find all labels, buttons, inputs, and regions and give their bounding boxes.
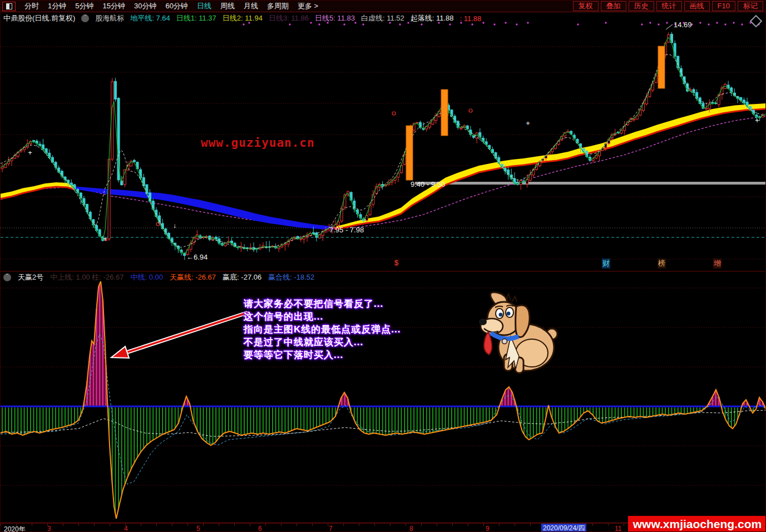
svg-text:+: + [103,235,107,243]
svg-text:↓: ↓ [173,222,176,230]
chart-canvas: ++++↓ [1,1,766,532]
chart-flag-增: 增 [713,258,721,269]
price-label: 9.40 - 9.50 [411,180,445,188]
axis-month-8: 8 [409,525,413,532]
annotation-line-0: 请大家务必不要把信号看反了... [244,297,401,310]
indicator-segment-1: 中上线: 1.00 柱: -26.67 [50,272,123,282]
price-label: ←6.94 [186,253,207,261]
annotation-note: 请大家务必不要把信号看反了...这个信号的出现...指向是主图K线的最低点或反弹… [244,297,401,361]
annotation-line-2: 指向是主图K线的最低点或反弹点... [244,323,401,336]
axis-month-9: 9 [486,525,490,532]
chart-flag-财: 财 [602,258,610,269]
chart-flag-榜: 榜 [658,258,666,269]
dog-image [475,290,559,376]
indicator-segment-2: 中线: 0.00 [130,272,163,282]
axis-month-4: 4 [124,525,128,532]
stock-app-window: 分时1分钟5分钟15分钟30分钟60分钟日线周线月线多周期更多 > 复权叠加历史… [0,0,766,532]
watermark: www.guziyuan.cn [201,136,315,150]
axis-month-7: 7 [329,525,333,532]
indicator-segment-4: 赢底: -27.06 [223,272,261,282]
price-label: 14.69 [674,21,692,29]
annotation-line-4: 要等等它下落时买入... [244,349,401,361]
axis-month-5: 5 [196,525,200,532]
svg-text:+: + [28,148,32,157]
svg-text:+: + [526,119,530,127]
indicator-header: ˇ天赢2号中上线: 1.00 柱: -26.67中线: 0.00天赢线: -26… [3,272,321,282]
axis-year-label: 2020年 [4,525,26,532]
annotation-line-3: 不是过了中线就应该买入... [244,336,401,349]
ad-banner[interactable]: www.xmjiaocheng.com [628,516,766,532]
axis-month-3: 3 [47,525,51,532]
indicator-segment-3: 天赢线: -26.67 [170,272,216,282]
axis-date-highlight[interactable]: 2020/09/24/四 [541,524,586,532]
chevron-down-icon[interactable]: ˇ [3,274,11,281]
svg-text:+: + [755,116,759,125]
annotation-line-1: 这个信号的出现... [244,310,401,323]
indicator-segment-5: 赢合线: -18.52 [268,272,314,282]
indicator-segment-0: 天赢2号 [18,272,43,282]
price-label: 7.95 - 7.98 [329,226,364,234]
chart-flag-$: $ [394,258,399,267]
axis-month-6: 6 [258,525,262,532]
axis-month-11: 11 [615,525,621,532]
